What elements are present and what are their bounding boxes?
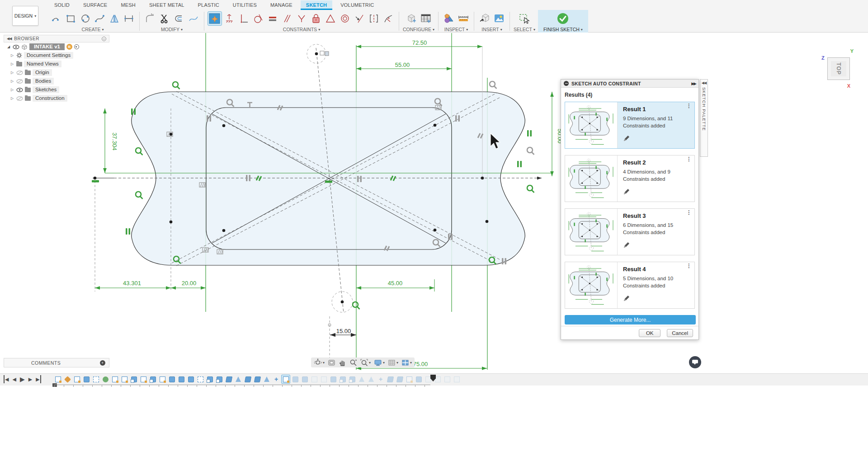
timeline-feature-extrude[interactable] [414,375,423,384]
polygon-constraint-icon[interactable] [324,12,337,25]
timeline-feature-sketch[interactable] [120,375,129,384]
browser-item-construction[interactable]: ▷ Construction [4,94,109,103]
timeline-feature-extrude[interactable] [177,375,186,384]
perpendicular-constraint-icon[interactable] [295,12,308,25]
expand-icon[interactable]: ▷ [10,71,14,75]
kebab-menu-icon[interactable]: ⋮ [686,158,691,160]
display-settings[interactable]: ▾ [374,359,385,367]
sketch-canvas[interactable]: 72.50 55.00 37.304 50.00 43.301 20.00 45… [0,0,868,475]
dialog-header[interactable]: SKETCH AUTO CONSTRAINT ▶▶ [561,80,698,88]
step-forward-icon[interactable]: ▶ [28,375,32,383]
timeline-feature-solid[interactable] [253,375,262,384]
insert-dropdown[interactable]: INSERT▾ [481,27,502,32]
tab-sketch[interactable]: SKETCH [301,0,332,10]
tab-volumetric[interactable]: VOLUMETRIC [335,0,379,10]
tab-sheet-metal[interactable]: SHEET METAL [144,0,190,10]
timeline-feature-extrude[interactable] [291,375,300,384]
expand-icon[interactable]: ▷ [10,79,14,83]
expand-icon[interactable]: ▷ [10,88,14,92]
expand-icon[interactable]: ▷ [10,62,14,66]
timeline-feature-pattern[interactable] [91,375,100,384]
timeline-feature-move[interactable]: + [376,375,385,384]
offset-tool-icon[interactable] [172,12,186,25]
timeline-feature-sketch[interactable] [139,375,148,384]
fix-lock-constraint-icon[interactable] [309,12,323,25]
browser-root-item[interactable]: ◢ INTAKE v1 B [4,42,109,51]
timeline-feature-solid[interactable] [243,375,252,384]
browser-item-sketches[interactable]: ▷ Sketches [4,85,109,94]
ok-button[interactable]: OK [639,329,660,337]
viewcube-face-label[interactable]: TOP [835,62,842,75]
timeline-feature-extrude[interactable] [186,375,195,384]
design-menu-button[interactable]: DESIGN ▾ [12,6,38,26]
timeline-feature-doc[interactable] [319,375,328,384]
tab-plastic[interactable]: PLASTIC [193,0,225,10]
timeline-feature-extrude[interactable] [167,375,176,384]
line-tool-icon[interactable] [50,12,63,25]
constraints-dropdown[interactable]: CONSTRAINTS▾ [283,27,320,32]
dialog-expand-icon[interactable]: ▶▶ [691,81,696,86]
auto-constraint-tool-icon[interactable] [208,12,222,25]
expand-icon[interactable]: ▷ [10,96,14,100]
circle-tool-icon[interactable] [79,12,92,25]
timeline-feature-copy[interactable] [215,375,224,384]
skip-to-end-icon[interactable]: ▶ [36,375,41,383]
midpoint-constraint-icon[interactable] [353,12,366,25]
configuration-table-icon[interactable] [419,12,433,25]
inspect-shapes-icon[interactable] [442,12,456,25]
browser-item-named-views[interactable]: ▷ Named Views [4,60,109,68]
timeline-feature-extrude[interactable] [329,375,338,384]
tab-mesh[interactable]: MESH [115,0,141,10]
expand-icon[interactable]: ▷ [10,53,14,57]
timeline-feature-doc[interactable] [443,375,452,384]
pan-tool[interactable] [339,359,346,367]
dimension-tool-icon[interactable] [122,12,136,25]
configure-dropdown[interactable]: CONFIGURE▾ [403,27,434,32]
grid-settings[interactable]: ▾ [388,359,398,367]
timeline-feature-copy[interactable] [129,375,138,384]
generate-more-button[interactable]: Generate More... [565,315,696,325]
step-back-icon[interactable]: ◀ [12,375,16,383]
zoom-tool[interactable] [349,359,357,367]
timeline-feature-form[interactable] [63,375,72,384]
look-at-tool[interactable] [328,359,335,367]
browser-item-bodies[interactable]: ▷ Bodies [4,77,109,85]
tab-utilities[interactable]: UTILITIES [227,0,262,10]
timeline-feature-sketch[interactable] [72,375,81,384]
timeline-feature-extrude[interactable] [82,375,91,384]
browser-item-document-settings[interactable]: ▷ Document Settings [4,51,109,60]
timeline-feature-solid[interactable] [224,375,233,384]
help-chat-button[interactable] [689,356,701,368]
browser-header[interactable]: ◀◀ BROWSER [4,35,109,42]
add-comment-icon[interactable]: + [100,360,105,366]
result-card-4[interactable]: Result 4 ⋮ 5 Dimensions, and 10 Constrai… [565,262,695,309]
timeline-feature-copy[interactable] [348,375,357,384]
timeline-feature-copy[interactable] [338,375,347,384]
create-dropdown[interactable]: CREATE▾ [82,27,104,32]
sketch-palette-tab[interactable]: ◀◀ SKETCH PALETTE [700,79,708,157]
measure-tool-icon[interactable] [457,12,470,25]
eye-off-icon[interactable] [16,96,23,101]
select-tool-icon[interactable] [518,12,531,25]
edit-spline-icon[interactable] [187,12,200,25]
cancel-button[interactable]: Cancel [667,329,693,337]
timeline-feature-extrude[interactable] [300,375,309,384]
eye-off-icon[interactable] [16,79,23,84]
comments-bar[interactable]: COMMENTS + [4,358,109,367]
timeline-feature-solid[interactable] [395,375,404,384]
activate-radio-icon[interactable] [74,44,79,49]
tangent-constraint-icon[interactable] [251,12,265,25]
root-component-name[interactable]: INTAKE v1 [29,43,65,50]
collapse-left-icon[interactable]: ◀◀ [7,37,11,41]
timeline-feature-doc[interactable] [310,375,319,384]
viewports[interactable]: ▾ [401,359,412,367]
timeline-feature-pattern[interactable] [196,375,205,384]
equal-constraint-icon[interactable] [266,12,279,25]
concentric-constraint-icon[interactable] [338,12,352,25]
mirror-tool-icon[interactable] [108,12,121,25]
timeline-feature-copy[interactable] [148,375,157,384]
edit-pencil-icon[interactable] [623,135,630,144]
timeline-feature-mirror[interactable] [367,375,376,384]
curvature-constraint-icon[interactable] [382,12,395,25]
browser-item-origin[interactable]: ▷ Origin [4,68,109,77]
